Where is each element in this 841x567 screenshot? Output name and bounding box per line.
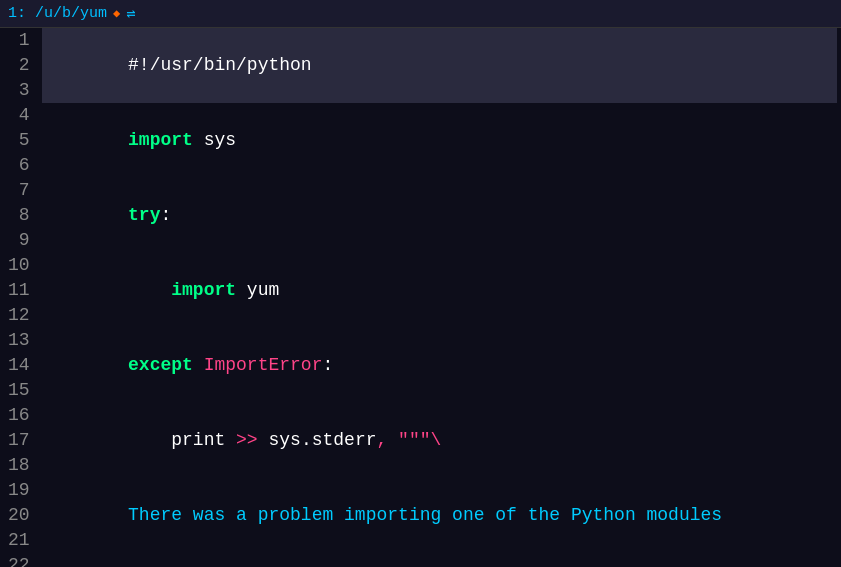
keyword-except: except <box>128 355 193 375</box>
module-yum: yum <box>236 280 279 300</box>
ln-9: 9 <box>8 228 30 253</box>
file-path: 1: /u/b/yum <box>8 5 107 22</box>
ln-5: 5 <box>8 128 30 153</box>
ln-3: 3 <box>8 78 30 103</box>
ln-2: 2 <box>8 53 30 78</box>
ln-17: 17 <box>8 428 30 453</box>
ln-8: 8 <box>8 203 30 228</box>
keyword-try: try <box>128 205 160 225</box>
ln-21: 21 <box>8 528 30 553</box>
colon-3: : <box>160 205 171 225</box>
ln-11: 11 <box>8 278 30 303</box>
comma-6: , <box>377 430 388 450</box>
ln-1: 1 <box>8 28 30 53</box>
ln-13: 13 <box>8 328 30 353</box>
string-start: """\ <box>387 430 441 450</box>
exception-name: ImportError <box>193 355 323 375</box>
modified-indicator: ◆ <box>113 6 120 21</box>
code-line-2: import sys <box>42 103 837 178</box>
ln-7: 7 <box>8 178 30 203</box>
ln-22: 22 <box>8 553 30 567</box>
code-area: 1 2 3 4 5 6 7 8 9 10 11 12 13 14 15 16 1… <box>0 28 841 567</box>
line-numbers: 1 2 3 4 5 6 7 8 9 10 11 12 13 14 15 16 1… <box>0 28 38 567</box>
module-sys: sys <box>193 130 236 150</box>
ln-19: 19 <box>8 478 30 503</box>
sys-ref: sys <box>258 430 301 450</box>
code-line-1: #!/usr/bin/python <box>42 28 837 103</box>
title-bar: 1: /u/b/yum ◆ ⇌ <box>0 0 841 28</box>
colon-5: : <box>322 355 333 375</box>
buffer-arrows: ⇌ <box>126 4 135 23</box>
ln-15: 15 <box>8 378 30 403</box>
keyword-import2: import <box>171 280 236 300</box>
dot: . <box>301 430 312 450</box>
ln-10: 10 <box>8 253 30 278</box>
code-line-5: except ImportError: <box>42 328 837 403</box>
code-line-8: required to run yum. The error leading t… <box>42 553 837 567</box>
keyword-import: import <box>128 130 193 150</box>
ln-20: 20 <box>8 503 30 528</box>
indent-4 <box>128 280 171 300</box>
func-print: print <box>128 430 225 450</box>
code-line-7: There was a problem importing one of the… <box>42 478 837 553</box>
op-rshift: >> <box>225 430 257 450</box>
ln-12: 12 <box>8 303 30 328</box>
ln-4: 4 <box>8 103 30 128</box>
code-line-4: import yum <box>42 253 837 328</box>
editor-container: 1: /u/b/yum ◆ ⇌ 1 2 3 4 5 6 7 8 9 10 11 … <box>0 0 841 567</box>
text-line7: There was a problem importing one of the… <box>128 505 722 525</box>
code-line-3: try: <box>42 178 837 253</box>
ln-18: 18 <box>8 453 30 478</box>
ln-6: 6 <box>8 153 30 178</box>
code-content[interactable]: #!/usr/bin/python import sys try: import… <box>38 28 841 567</box>
code-line-6: print >> sys.stderr, """\ <box>42 403 837 478</box>
ln-16: 16 <box>8 403 30 428</box>
ln-14: 14 <box>8 353 30 378</box>
stderr-attr: stderr <box>312 430 377 450</box>
shebang-text: #!/usr/bin/python <box>128 55 312 75</box>
